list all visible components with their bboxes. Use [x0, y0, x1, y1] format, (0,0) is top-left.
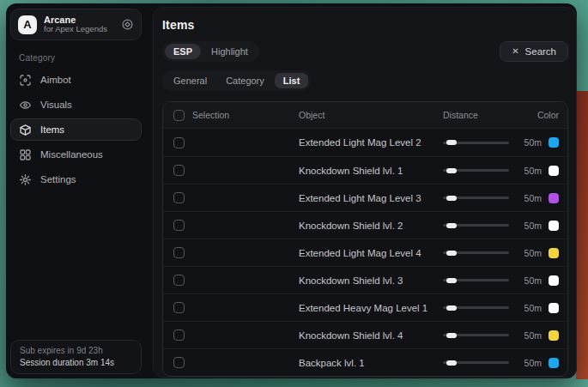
slider-handle[interactable]: [446, 278, 457, 283]
row-checkbox[interactable]: [173, 220, 185, 231]
slider-handle[interactable]: [446, 223, 457, 228]
row-checkbox[interactable]: [173, 165, 185, 176]
sidebar-item-label: Miscellaneous: [40, 149, 103, 160]
row-distance-slider[interactable]: [443, 224, 509, 227]
sidebar-nav: Aimbot Visuals Items Miscellaneous Setti…: [6, 69, 146, 190]
package-icon: [19, 124, 32, 136]
table-row: Knockdown Shield lvl. 2 50m: [163, 211, 567, 239]
sidebar-item-label: Visuals: [40, 100, 72, 110]
row-distance-slider[interactable]: [443, 306, 509, 309]
mode-tab-group: ESPHighlight: [162, 41, 259, 62]
app-window: A Arcane for Apex Legends Category Aimbo…: [6, 3, 577, 378]
slider-handle[interactable]: [446, 251, 457, 256]
row-distance-slider[interactable]: [443, 197, 509, 199]
slider-handle[interactable]: [446, 168, 457, 173]
tab-highlight[interactable]: Highlight: [203, 44, 257, 59]
search-button[interactable]: ✕ Search: [500, 41, 568, 62]
sidebar-item-label: Aimbot: [40, 75, 71, 85]
slider-handle[interactable]: [446, 360, 457, 366]
row-checkbox[interactable]: [173, 247, 185, 258]
row-object-label: Extended Light Mag Level 2: [299, 137, 436, 148]
app-subtitle: for Apex Legends: [44, 25, 114, 34]
row-color-swatch[interactable]: [549, 193, 559, 203]
slider-handle[interactable]: [446, 305, 457, 311]
crosshair-icon: [19, 74, 32, 87]
sidebar-item-visuals[interactable]: Visuals: [10, 94, 142, 116]
row-color-swatch[interactable]: [549, 330, 559, 341]
subscription-info: Sub expires in 9d 23h Session duration 3…: [10, 340, 142, 374]
row-distance-slider[interactable]: [443, 334, 509, 336]
row-checkbox[interactable]: [173, 275, 185, 286]
row-distance-value: 50m: [524, 193, 542, 203]
game-backdrop: A Arcane for Apex Legends Category Aimbo…: [0, 0, 588, 387]
backdrop-red-strip: [576, 91, 588, 379]
tab-esp[interactable]: ESP: [165, 44, 201, 59]
header-distance: Distance: [443, 110, 509, 120]
items-table: Selection Object Distance Color Extended…: [162, 101, 568, 377]
table-body: Extended Light Mag Level 2 50m Knockdown…: [163, 129, 567, 376]
header-selection: Selection: [192, 110, 292, 120]
table-row: Backpack lvl. 1 50m: [163, 348, 567, 376]
row-color-swatch[interactable]: [549, 248, 559, 258]
row-checkbox[interactable]: [173, 192, 185, 203]
header-color: Color: [537, 110, 559, 120]
sidebar-item-settings[interactable]: Settings: [10, 168, 142, 190]
brand-card: A Arcane for Apex Legends: [10, 9, 142, 40]
tab-list[interactable]: List: [275, 73, 309, 88]
row-color-swatch[interactable]: [549, 137, 559, 148]
search-button-label: Search: [525, 46, 556, 57]
sidebar-item-label: Items: [40, 124, 64, 135]
session-duration-text: Session duration 3m 14s: [20, 358, 132, 367]
sub-expiry-text: Sub expires in 9d 23h: [20, 346, 132, 355]
row-color-swatch[interactable]: [549, 166, 559, 176]
slider-handle[interactable]: [446, 333, 457, 338]
page-title: Items: [162, 18, 568, 32]
row-distance-slider[interactable]: [443, 279, 509, 281]
tab-category[interactable]: Category: [217, 73, 273, 88]
row-distance-value: 50m: [524, 275, 542, 286]
gear-icon: [19, 173, 32, 186]
main-panel: Items ESPHighlight ✕ Search GeneralCateg…: [153, 7, 577, 378]
row-object-label: Backpack lvl. 1: [299, 358, 436, 368]
row-color-swatch[interactable]: [549, 358, 559, 368]
toolbar: ESPHighlight ✕ Search: [162, 41, 568, 62]
row-distance-value: 50m: [524, 166, 542, 176]
row-object-label: Extended Light Mag Level 3: [299, 193, 436, 203]
row-checkbox[interactable]: [173, 357, 185, 368]
row-distance-value: 50m: [524, 303, 542, 313]
row-color-swatch[interactable]: [549, 303, 559, 313]
header-object: Object: [299, 110, 436, 120]
table-header-row: Selection Object Distance Color: [163, 102, 567, 129]
row-color-swatch[interactable]: [549, 221, 559, 231]
select-all-checkbox[interactable]: [173, 110, 185, 121]
row-object-label: Knockdown Shield lvl. 4: [299, 330, 436, 341]
row-color-swatch[interactable]: [549, 275, 559, 286]
view-tab-group: GeneralCategoryList: [162, 70, 311, 91]
slider-handle[interactable]: [446, 196, 457, 201]
row-distance-slider[interactable]: [443, 142, 509, 144]
sidebar-item-label: Settings: [40, 174, 76, 184]
row-checkbox[interactable]: [173, 137, 185, 148]
tab-general[interactable]: General: [165, 73, 215, 88]
row-object-label: Extended Heavy Mag Level 1: [299, 303, 436, 313]
picker-icon[interactable]: [121, 18, 134, 31]
row-distance-value: 50m: [524, 330, 542, 341]
grid-icon: [19, 148, 32, 161]
row-distance-slider[interactable]: [443, 251, 509, 254]
row-distance-slider[interactable]: [443, 169, 509, 172]
sidebar-item-miscellaneous[interactable]: Miscellaneous: [10, 143, 142, 166]
sidebar-item-aimbot[interactable]: Aimbot: [10, 69, 142, 91]
sidebar-item-items[interactable]: Items: [10, 118, 142, 141]
category-section-label: Category: [19, 53, 146, 63]
app-logo: A: [18, 15, 37, 34]
table-row: Knockdown Shield lvl. 4 50m: [163, 321, 567, 348]
row-distance-value: 50m: [524, 248, 542, 258]
row-distance-slider[interactable]: [443, 361, 509, 364]
table-row: Extended Light Mag Level 2 50m: [163, 129, 567, 156]
row-checkbox[interactable]: [173, 302, 185, 313]
table-row: Extended Heavy Mag Level 1 50m: [163, 293, 567, 321]
x-icon: ✕: [512, 47, 518, 56]
slider-handle[interactable]: [446, 140, 457, 145]
row-checkbox[interactable]: [173, 330, 185, 341]
row-distance-value: 50m: [524, 221, 542, 231]
